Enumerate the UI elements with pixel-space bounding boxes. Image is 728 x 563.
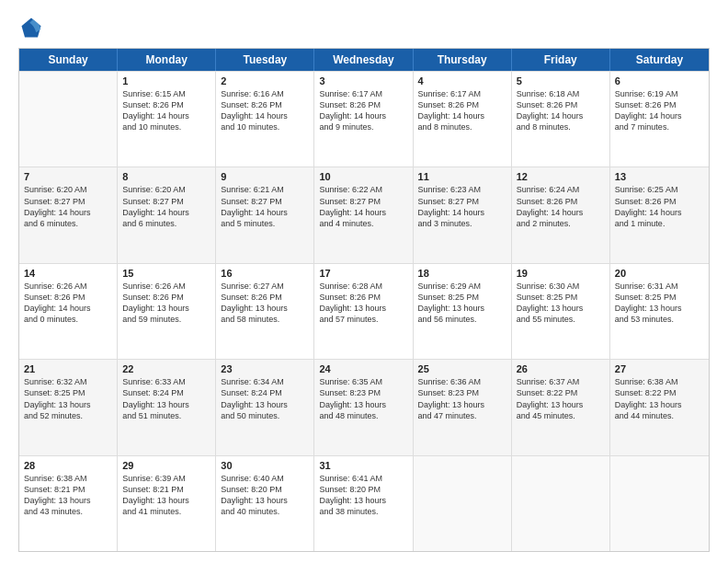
cell-info-text: Sunrise: 6:38 AM Sunset: 8:22 PM Dayligh…: [615, 376, 704, 421]
cell-info-text: Sunrise: 6:38 AM Sunset: 8:21 PM Dayligh…: [24, 473, 112, 518]
cell-day-number: 26: [517, 363, 605, 374]
calendar-cell: [512, 456, 610, 551]
calendar-cell: 19Sunrise: 6:30 AM Sunset: 8:25 PM Dayli…: [512, 264, 610, 359]
cell-day-number: 20: [615, 268, 704, 279]
cell-info-text: Sunrise: 6:23 AM Sunset: 8:27 PM Dayligh…: [418, 184, 506, 229]
calendar-cell: 18Sunrise: 6:29 AM Sunset: 8:25 PM Dayli…: [414, 264, 512, 359]
calendar-cell: 30Sunrise: 6:40 AM Sunset: 8:20 PM Dayli…: [216, 456, 314, 551]
header-day-friday: Friday: [512, 49, 610, 71]
cell-info-text: Sunrise: 6:39 AM Sunset: 8:21 PM Dayligh…: [122, 473, 210, 518]
calendar-cell: 28Sunrise: 6:38 AM Sunset: 8:21 PM Dayli…: [19, 456, 118, 551]
calendar-cell: 16Sunrise: 6:27 AM Sunset: 8:26 PM Dayli…: [216, 264, 314, 359]
cell-day-number: 24: [319, 363, 407, 374]
calendar-cell: 8Sunrise: 6:20 AM Sunset: 8:27 PM Daylig…: [118, 167, 216, 262]
cell-info-text: Sunrise: 6:25 AM Sunset: 8:26 PM Dayligh…: [615, 184, 704, 229]
cell-day-number: 30: [221, 460, 309, 471]
cell-day-number: 17: [319, 268, 407, 279]
header: [18, 15, 710, 40]
calendar-cell: 24Sunrise: 6:35 AM Sunset: 8:23 PM Dayli…: [314, 360, 413, 454]
cell-info-text: Sunrise: 6:34 AM Sunset: 8:24 PM Dayligh…: [221, 376, 309, 421]
calendar-cell: 25Sunrise: 6:36 AM Sunset: 8:23 PM Dayli…: [414, 360, 512, 454]
cell-day-number: 11: [418, 171, 506, 182]
cell-day-number: 27: [615, 363, 704, 374]
calendar-cell: 12Sunrise: 6:24 AM Sunset: 8:26 PM Dayli…: [512, 167, 610, 262]
cell-day-number: 28: [24, 460, 112, 471]
cell-info-text: Sunrise: 6:24 AM Sunset: 8:26 PM Dayligh…: [517, 184, 605, 229]
logo: [18, 15, 48, 40]
header-day-tuesday: Tuesday: [216, 49, 314, 71]
cell-day-number: 12: [517, 171, 605, 182]
cell-day-number: 9: [221, 171, 309, 182]
calendar-header-row: SundayMondayTuesdayWednesdayThursdayFrid…: [19, 49, 709, 71]
cell-day-number: 7: [24, 171, 112, 182]
calendar-cell: 20Sunrise: 6:31 AM Sunset: 8:25 PM Dayli…: [610, 264, 709, 359]
calendar: SundayMondayTuesdayWednesdayThursdayFrid…: [18, 48, 710, 552]
calendar-week-5: 28Sunrise: 6:38 AM Sunset: 8:21 PM Dayli…: [19, 455, 709, 551]
calendar-cell: 7Sunrise: 6:20 AM Sunset: 8:27 PM Daylig…: [19, 167, 118, 262]
cell-info-text: Sunrise: 6:29 AM Sunset: 8:25 PM Dayligh…: [418, 281, 506, 326]
cell-day-number: 4: [418, 75, 506, 86]
calendar-cell: 4Sunrise: 6:17 AM Sunset: 8:26 PM Daylig…: [414, 72, 512, 167]
cell-info-text: Sunrise: 6:33 AM Sunset: 8:24 PM Dayligh…: [122, 376, 210, 421]
page: SundayMondayTuesdayWednesdayThursdayFrid…: [0, 0, 728, 563]
cell-day-number: 21: [24, 363, 112, 374]
calendar-cell: 13Sunrise: 6:25 AM Sunset: 8:26 PM Dayli…: [610, 167, 709, 262]
cell-day-number: 16: [221, 268, 309, 279]
header-day-monday: Monday: [118, 49, 216, 71]
cell-day-number: 19: [517, 268, 605, 279]
cell-info-text: Sunrise: 6:35 AM Sunset: 8:23 PM Dayligh…: [319, 376, 407, 421]
cell-info-text: Sunrise: 6:20 AM Sunset: 8:27 PM Dayligh…: [24, 184, 112, 229]
header-day-thursday: Thursday: [414, 49, 512, 71]
calendar-cell: 23Sunrise: 6:34 AM Sunset: 8:24 PM Dayli…: [216, 360, 314, 454]
calendar-week-3: 14Sunrise: 6:26 AM Sunset: 8:26 PM Dayli…: [19, 263, 709, 359]
cell-day-number: 5: [517, 75, 605, 86]
calendar-week-2: 7Sunrise: 6:20 AM Sunset: 8:27 PM Daylig…: [19, 167, 709, 262]
cell-day-number: 31: [319, 460, 407, 471]
logo-icon: [18, 15, 44, 40]
header-day-sunday: Sunday: [19, 49, 118, 71]
calendar-cell: 17Sunrise: 6:28 AM Sunset: 8:26 PM Dayli…: [314, 264, 413, 359]
cell-info-text: Sunrise: 6:19 AM Sunset: 8:26 PM Dayligh…: [615, 88, 704, 133]
calendar-cell: 6Sunrise: 6:19 AM Sunset: 8:26 PM Daylig…: [610, 72, 709, 167]
header-day-saturday: Saturday: [610, 49, 709, 71]
cell-info-text: Sunrise: 6:31 AM Sunset: 8:25 PM Dayligh…: [615, 281, 704, 326]
calendar-cell: 5Sunrise: 6:18 AM Sunset: 8:26 PM Daylig…: [512, 72, 610, 167]
calendar-cell: 10Sunrise: 6:22 AM Sunset: 8:27 PM Dayli…: [314, 167, 413, 262]
cell-info-text: Sunrise: 6:22 AM Sunset: 8:27 PM Dayligh…: [319, 184, 407, 229]
cell-day-number: 14: [24, 268, 112, 279]
cell-day-number: 29: [122, 460, 210, 471]
cell-info-text: Sunrise: 6:21 AM Sunset: 8:27 PM Dayligh…: [221, 184, 309, 229]
calendar-cell: [610, 456, 709, 551]
cell-day-number: 15: [122, 268, 210, 279]
cell-info-text: Sunrise: 6:36 AM Sunset: 8:23 PM Dayligh…: [418, 376, 506, 421]
calendar-cell: 1Sunrise: 6:15 AM Sunset: 8:26 PM Daylig…: [118, 72, 216, 167]
calendar-week-1: 1Sunrise: 6:15 AM Sunset: 8:26 PM Daylig…: [19, 71, 709, 167]
cell-info-text: Sunrise: 6:32 AM Sunset: 8:25 PM Dayligh…: [24, 376, 112, 421]
cell-day-number: 25: [418, 363, 506, 374]
cell-info-text: Sunrise: 6:16 AM Sunset: 8:26 PM Dayligh…: [221, 88, 309, 133]
cell-info-text: Sunrise: 6:27 AM Sunset: 8:26 PM Dayligh…: [221, 281, 309, 326]
calendar-cell: 26Sunrise: 6:37 AM Sunset: 8:22 PM Dayli…: [512, 360, 610, 454]
cell-info-text: Sunrise: 6:41 AM Sunset: 8:20 PM Dayligh…: [319, 473, 407, 518]
cell-info-text: Sunrise: 6:15 AM Sunset: 8:26 PM Dayligh…: [122, 88, 210, 133]
cell-info-text: Sunrise: 6:17 AM Sunset: 8:26 PM Dayligh…: [418, 88, 506, 133]
calendar-body: 1Sunrise: 6:15 AM Sunset: 8:26 PM Daylig…: [19, 71, 709, 551]
cell-day-number: 1: [122, 75, 210, 86]
calendar-cell: 22Sunrise: 6:33 AM Sunset: 8:24 PM Dayli…: [118, 360, 216, 454]
cell-day-number: 8: [122, 171, 210, 182]
calendar-cell: 3Sunrise: 6:17 AM Sunset: 8:26 PM Daylig…: [314, 72, 413, 167]
calendar-cell: 15Sunrise: 6:26 AM Sunset: 8:26 PM Dayli…: [118, 264, 216, 359]
cell-info-text: Sunrise: 6:18 AM Sunset: 8:26 PM Dayligh…: [517, 88, 605, 133]
cell-day-number: 13: [615, 171, 704, 182]
cell-day-number: 2: [221, 75, 309, 86]
cell-info-text: Sunrise: 6:17 AM Sunset: 8:26 PM Dayligh…: [319, 88, 407, 133]
cell-info-text: Sunrise: 6:40 AM Sunset: 8:20 PM Dayligh…: [221, 473, 309, 518]
cell-day-number: 10: [319, 171, 407, 182]
calendar-cell: [19, 72, 118, 167]
calendar-cell: 2Sunrise: 6:16 AM Sunset: 8:26 PM Daylig…: [216, 72, 314, 167]
cell-info-text: Sunrise: 6:30 AM Sunset: 8:25 PM Dayligh…: [517, 281, 605, 326]
calendar-cell: 21Sunrise: 6:32 AM Sunset: 8:25 PM Dayli…: [19, 360, 118, 454]
cell-info-text: Sunrise: 6:37 AM Sunset: 8:22 PM Dayligh…: [517, 376, 605, 421]
cell-day-number: 3: [319, 75, 407, 86]
calendar-cell: 14Sunrise: 6:26 AM Sunset: 8:26 PM Dayli…: [19, 264, 118, 359]
